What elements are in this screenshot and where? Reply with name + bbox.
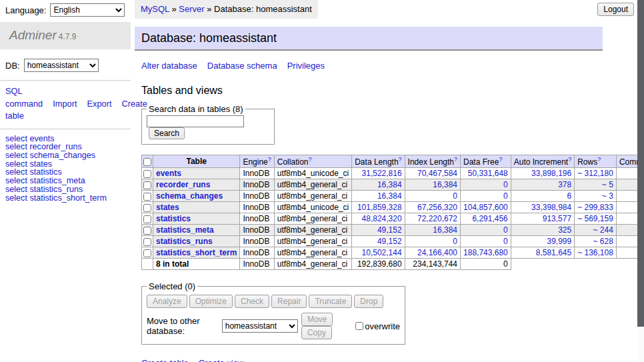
rows-estimate-link[interactable]: ~ 312,180 — [577, 169, 613, 178]
auto-increment-link[interactable]: 39,999 — [547, 237, 571, 246]
index-length-link[interactable]: 0 — [453, 191, 457, 201]
rows-estimate-link[interactable]: ~ 3 — [602, 191, 613, 201]
rows-estimate-link[interactable]: ~ 299,833 — [577, 203, 613, 212]
breadcrumb-link[interactable]: Server — [179, 4, 204, 14]
overwrite-checkbox[interactable] — [355, 322, 363, 330]
row-checkbox[interactable] — [143, 204, 151, 212]
help-link[interactable]: ? — [308, 156, 311, 163]
auto-increment-link[interactable]: 325 — [558, 225, 571, 235]
index-length-link[interactable]: 67,256,320 — [417, 203, 457, 212]
row-checkbox[interactable] — [143, 238, 151, 246]
index-length-link[interactable]: 70,467,584 — [417, 169, 457, 178]
data-length-link[interactable]: 101,859,328 — [357, 203, 402, 212]
rows-estimate-link[interactable]: ~ 628 — [593, 237, 613, 246]
sidebar-select-link[interactable]: select schema_changes — [5, 151, 125, 160]
data-free-link[interactable]: 0 — [503, 237, 508, 246]
auto-increment-link[interactable]: 913,577 — [543, 214, 571, 223]
row-checkbox[interactable] — [143, 227, 151, 235]
auto-increment-link[interactable]: 6 — [567, 191, 571, 201]
search-input[interactable] — [147, 115, 244, 127]
db-select[interactable]: homeassistant — [24, 59, 99, 72]
analyze-button[interactable]: Analyze — [147, 295, 187, 308]
rows-estimate-link[interactable]: ~ 569,159 — [577, 214, 613, 223]
help-link[interactable]: ? — [597, 156, 601, 163]
sidebar-select-link[interactable]: select statistics_meta — [5, 177, 125, 185]
scrollbar[interactable] — [637, 0, 644, 362]
help-link[interactable]: ? — [399, 156, 402, 163]
row-checkbox[interactable] — [143, 193, 151, 201]
auto-increment-link[interactable]: 33,398,984 — [531, 203, 571, 212]
data-free-link[interactable]: 0 — [503, 180, 508, 189]
table-name-link[interactable]: states — [156, 203, 179, 212]
data-length-link[interactable]: 10,502,144 — [362, 248, 402, 257]
sidebar-select-link[interactable]: select statistics_short_term — [5, 194, 125, 203]
drop-button[interactable]: Drop — [354, 295, 383, 308]
truncate-button[interactable]: Truncate — [309, 295, 352, 308]
table-name-link[interactable]: statistics_meta — [156, 225, 214, 235]
data-free-link[interactable]: 188,743,680 — [463, 248, 508, 257]
rows-estimate-link[interactable]: ~ 244 — [593, 225, 613, 235]
language-select[interactable]: English — [50, 3, 125, 17]
row-checkbox[interactable] — [143, 249, 151, 257]
index-length-link[interactable]: 16,384 — [433, 180, 457, 189]
sidebar-select-link[interactable]: select statistics_runs — [5, 185, 125, 194]
rows-estimate-link[interactable]: ~ 136,108 — [577, 248, 613, 257]
auto-increment-link[interactable]: 378 — [558, 180, 571, 189]
optimize-button[interactable]: Optimize — [189, 295, 233, 308]
table-name-link[interactable]: statistics_short_term — [156, 248, 237, 257]
rows-estimate-link[interactable]: ~ 5 — [602, 180, 613, 189]
search-button[interactable]: Search — [149, 127, 185, 139]
auto-increment-link[interactable]: 8,581,645 — [536, 248, 571, 257]
help-link[interactable]: ? — [454, 156, 457, 163]
data-length-link[interactable]: 49,152 — [377, 237, 402, 246]
db-action-link[interactable]: Alter database — [141, 61, 197, 71]
rows-estimate-cell: ~ 312,180 — [575, 168, 617, 179]
data-free-link[interactable]: 104,857,600 — [463, 203, 508, 212]
create-link[interactable]: Create view — [199, 358, 245, 362]
data-length-link[interactable]: 31,522,816 — [362, 169, 402, 178]
repair-button[interactable]: Repair — [271, 295, 307, 308]
data-length-link[interactable]: 16,384 — [377, 191, 402, 201]
index-length-link[interactable]: 16,384 — [433, 225, 457, 235]
sidebar-action-link[interactable]: SQL command — [5, 86, 43, 109]
db-action-link[interactable]: Database schema — [207, 61, 277, 71]
move-button[interactable]: Move — [301, 313, 333, 326]
check-button[interactable]: Check — [235, 295, 269, 308]
table-name-link[interactable]: statistics — [156, 214, 191, 223]
data-free-link[interactable]: 0 — [503, 225, 508, 235]
copy-button[interactable]: Copy — [301, 326, 332, 339]
table-name-link[interactable]: statistics_runs — [156, 237, 213, 246]
select-all-checkbox[interactable] — [143, 158, 151, 166]
auto-increment-link[interactable]: 33,898,196 — [531, 169, 571, 178]
sidebar-action-link[interactable]: Import — [53, 99, 77, 109]
db-action-link[interactable]: Privileges — [287, 61, 325, 71]
index-length-link[interactable]: 0 — [453, 237, 457, 246]
logout-button[interactable]: Logout — [597, 3, 634, 16]
row-checkbox[interactable] — [143, 181, 151, 189]
total-collation-cell: utf8mb4_general_ci — [274, 259, 351, 270]
data-free-link[interactable]: 0 — [503, 191, 508, 201]
data-length-link[interactable]: 16,384 — [377, 180, 402, 189]
table-name-link[interactable]: schema_changes — [156, 191, 223, 201]
table-name-link[interactable]: recorder_runs — [156, 180, 210, 189]
help-link[interactable]: ? — [568, 156, 571, 163]
help-link[interactable]: ? — [499, 156, 502, 163]
scrollbar-thumb[interactable] — [637, 0, 644, 327]
row-checkbox[interactable] — [143, 215, 151, 223]
row-checkbox[interactable] — [143, 170, 151, 178]
table-row: statesInnoDButf8mb4_unicode_ci101,859,32… — [142, 202, 644, 213]
index-length-link[interactable]: 24,166,400 — [417, 248, 457, 257]
index-length-link[interactable]: 72,220,672 — [417, 214, 457, 223]
sidebar-action-link[interactable]: Export — [87, 99, 111, 109]
data-length-cell: 49,152 — [352, 236, 405, 247]
table-name-link[interactable]: events — [156, 169, 181, 178]
create-link[interactable]: Create table — [141, 358, 189, 362]
data-length-link[interactable]: 48,824,320 — [362, 214, 402, 223]
data-free-link[interactable]: 6,291,456 — [472, 214, 507, 223]
data-free-link[interactable]: 50,331,648 — [468, 169, 508, 178]
move-db-select[interactable]: homeassistant — [222, 319, 298, 333]
help-link[interactable]: ? — [268, 156, 271, 163]
data-length-link[interactable]: 49,152 — [377, 225, 402, 235]
collation-cell: utf8mb4_general_ci — [274, 225, 351, 236]
breadcrumb-link[interactable]: MySQL — [141, 4, 169, 14]
